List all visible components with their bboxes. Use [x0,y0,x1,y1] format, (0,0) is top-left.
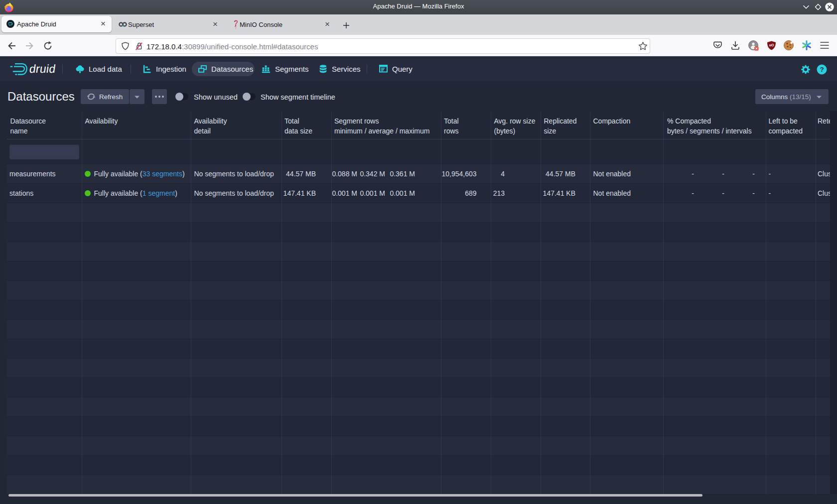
svg-text:uO: uO [769,43,774,47]
svg-text:?: ? [820,66,824,73]
